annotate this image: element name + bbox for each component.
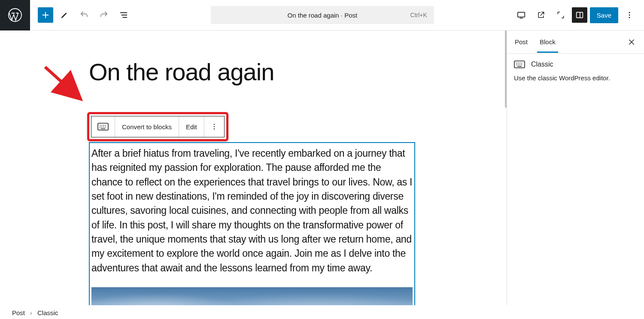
breadcrumb-leaf[interactable]: Classic <box>37 309 58 316</box>
add-block-button[interactable] <box>38 7 53 23</box>
scrollbar[interactable] <box>505 30 507 108</box>
toolbar-right-group: Save <box>513 6 644 24</box>
settings-panel-toggle[interactable] <box>572 7 587 23</box>
svg-point-12 <box>100 127 100 128</box>
desktop-icon <box>516 10 526 20</box>
block-info-header: Classic <box>514 61 637 68</box>
tab-block[interactable]: Block <box>534 31 562 52</box>
plus-icon <box>41 10 50 20</box>
block-type-button[interactable] <box>91 116 115 137</box>
sidebar-tabs: Post Block <box>507 30 644 54</box>
pencil-icon <box>60 10 69 20</box>
options-menu-button[interactable] <box>621 6 638 24</box>
document-overview-button[interactable] <box>115 6 132 24</box>
undo-icon <box>79 10 89 20</box>
fullscreen-button[interactable] <box>552 6 569 24</box>
svg-rect-1 <box>518 12 525 17</box>
post-body-text: After a brief hiatus from traveling, I'v… <box>91 146 413 275</box>
convert-to-blocks-button[interactable]: Convert to blocks <box>115 116 179 137</box>
close-sidebar-button[interactable] <box>621 33 642 51</box>
list-view-icon <box>119 10 128 20</box>
toolbar-left-group <box>30 6 132 24</box>
svg-point-18 <box>214 126 215 127</box>
svg-point-6 <box>629 17 630 18</box>
edit-button[interactable]: Edit <box>179 116 204 137</box>
document-title: On the road again · Post <box>288 12 358 19</box>
block-toolbar-highlight: Convert to blocks Edit <box>87 112 228 141</box>
breadcrumb-root[interactable]: Post <box>12 309 25 316</box>
svg-point-13 <box>101 127 102 128</box>
sidebar-body: Classic Use the classic WordPress editor… <box>507 54 644 90</box>
svg-point-24 <box>521 63 522 64</box>
svg-point-8 <box>100 125 100 126</box>
expand-icon <box>556 11 565 19</box>
block-options-button[interactable] <box>204 116 224 137</box>
sidebar-icon <box>575 10 584 20</box>
svg-rect-20 <box>514 61 525 68</box>
wordpress-logo[interactable] <box>0 0 30 30</box>
view-external-button[interactable] <box>532 6 550 24</box>
document-bar[interactable]: On the road again · Post Ctrl+K <box>211 6 434 24</box>
save-button[interactable]: Save <box>590 7 618 23</box>
svg-point-15 <box>105 127 106 128</box>
block-toolbar: Convert to blocks Edit <box>91 116 225 137</box>
editor-canvas: On the road again Convert to blocks Edit <box>0 30 507 305</box>
chevron-right-icon: › <box>30 309 32 316</box>
tab-post[interactable]: Post <box>509 31 534 52</box>
svg-point-21 <box>516 63 517 64</box>
svg-rect-16 <box>101 128 105 129</box>
svg-point-26 <box>518 64 519 65</box>
external-icon <box>537 11 545 19</box>
block-description: Use the classic WordPress editor. <box>514 73 637 83</box>
more-vertical-icon <box>210 123 218 131</box>
svg-point-4 <box>629 12 630 13</box>
svg-point-19 <box>214 128 215 129</box>
svg-rect-7 <box>98 123 108 130</box>
svg-rect-2 <box>576 12 583 18</box>
svg-point-27 <box>519 64 520 65</box>
close-icon <box>628 38 635 46</box>
workspace: On the road again Convert to blocks Edit <box>0 30 644 305</box>
undo-button[interactable] <box>76 6 93 24</box>
svg-point-14 <box>103 127 104 128</box>
svg-point-22 <box>518 63 519 64</box>
svg-point-25 <box>516 64 517 65</box>
settings-sidebar: Post Block Classic Use the classic WordP… <box>507 30 644 305</box>
svg-point-28 <box>521 64 522 65</box>
svg-point-9 <box>101 125 102 126</box>
svg-rect-29 <box>517 66 522 67</box>
block-name-label: Classic <box>531 61 553 68</box>
keyboard-icon <box>514 61 525 68</box>
tools-button[interactable] <box>56 6 73 24</box>
svg-point-0 <box>9 9 21 21</box>
document-bar-wrap: On the road again · Post Ctrl+K <box>132 6 513 24</box>
breadcrumb: Post › Classic <box>12 309 58 316</box>
post-title[interactable]: On the road again <box>89 58 274 86</box>
redo-button[interactable] <box>95 6 112 24</box>
shortcut-hint: Ctrl+K <box>410 12 427 18</box>
wordpress-icon <box>7 7 23 23</box>
keyboard-icon <box>97 123 109 131</box>
redo-icon <box>99 10 109 20</box>
more-vertical-icon <box>625 11 634 19</box>
editor-topbar: On the road again · Post Ctrl+K Save <box>0 0 644 30</box>
svg-point-11 <box>105 125 106 126</box>
view-desktop-button[interactable] <box>513 6 530 24</box>
svg-point-17 <box>214 124 215 125</box>
classic-block[interactable]: After a brief hiatus from traveling, I'v… <box>89 142 415 305</box>
svg-point-23 <box>519 63 520 64</box>
svg-point-5 <box>629 15 630 16</box>
annotation-arrow-icon <box>43 65 86 103</box>
svg-point-10 <box>103 125 104 126</box>
post-image <box>91 287 413 305</box>
